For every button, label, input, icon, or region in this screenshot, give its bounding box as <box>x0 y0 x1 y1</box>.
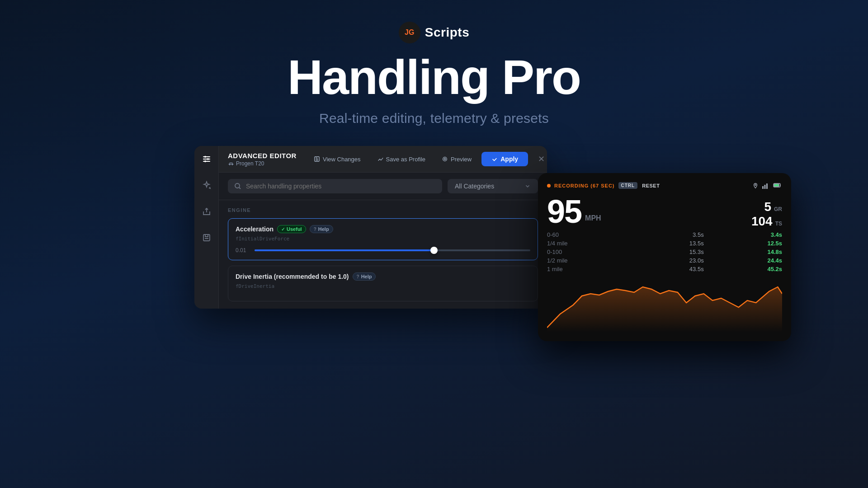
ts-value: 104 <box>751 215 773 228</box>
sidebar-icon-effects[interactable] <box>200 178 213 192</box>
stat-current: 45.2s <box>704 266 782 272</box>
stat-base: 13.5s <box>625 240 703 247</box>
editor-vehicle: Progen T20 <box>228 160 297 167</box>
speed-display: 95 MPH <box>547 195 601 228</box>
hero-subtitle: Real-time editing, telemetry & presets <box>319 111 549 126</box>
recording-badge: RECORDING (67 SEC) CTRL RESET <box>547 182 660 189</box>
recording-dot-icon <box>547 184 551 188</box>
preview-button[interactable]: Preview <box>435 153 478 166</box>
chart-area <box>547 278 782 332</box>
chevron-down-icon <box>524 183 531 189</box>
editor-top-bar: ADVANCED EDITOR Progen T20 <box>219 146 547 173</box>
property-name-drive-inertia: Drive Inertia (recommended to be 1.0) <box>236 273 349 280</box>
slider-fill-acceleration <box>255 249 434 251</box>
sidebar-icon-save[interactable] <box>200 231 213 244</box>
battery-icon <box>773 183 782 188</box>
stat-label: 1/2 mile <box>547 257 625 264</box>
stats-table: 0-603.5s3.4s1/4 mile13.5s12.5s0-10015.3s… <box>547 231 782 272</box>
close-button[interactable]: ✕ <box>535 151 547 167</box>
slider-track-acceleration[interactable] <box>255 249 530 251</box>
editor-title: ADVANCED EDITOR <box>228 152 297 160</box>
showcase-area: ADVANCED EDITOR Progen T20 <box>194 146 674 309</box>
apply-label: Apply <box>500 155 518 163</box>
gear-ts-display: 5 GR 104 TS <box>751 201 782 228</box>
app-wrapper: JG Scripts Handling Pro Real-time editin… <box>0 0 868 309</box>
property-header-acceleration: Acceleration ✓ Useful ? Help <box>236 225 530 233</box>
view-changes-button[interactable]: View Changes <box>307 153 367 166</box>
editor-panel: ADVANCED EDITOR Progen T20 <box>194 146 547 309</box>
svg-rect-3 <box>203 235 210 241</box>
property-code-drive-inertia: fDriveInertia <box>236 283 530 289</box>
gear-label: GR <box>774 206 782 212</box>
svg-rect-14 <box>766 183 768 189</box>
editor-title-section: ADVANCED EDITOR Progen T20 <box>228 152 297 167</box>
badge-help-drive-inertia: ? Help <box>353 272 376 281</box>
sidebar-icon-export[interactable] <box>200 205 213 218</box>
gear-display: 5 GR <box>764 201 782 213</box>
svg-point-5 <box>232 164 233 165</box>
save-profile-label: Save as Profile <box>386 156 425 163</box>
recording-label: RECORDING (67 SEC) <box>554 183 615 188</box>
ctrl-badge: CTRL <box>618 182 638 189</box>
search-input[interactable] <box>246 183 436 190</box>
property-card-drive-inertia: Drive Inertia (recommended to be 1.0) ? … <box>228 266 538 301</box>
preview-icon <box>442 156 448 162</box>
telemetry-icons <box>752 183 782 189</box>
stat-label: 1 mile <box>547 266 625 272</box>
signal-icon <box>762 183 769 189</box>
preview-label: Preview <box>451 156 472 163</box>
stat-current: 14.8s <box>704 249 782 255</box>
stat-label: 0-60 <box>547 231 625 238</box>
svg-point-10 <box>547 184 551 188</box>
slider-min-value: 0.01 <box>236 247 249 253</box>
property-name-acceleration: Acceleration <box>236 225 274 233</box>
hero-title: Handling Pro <box>288 52 580 103</box>
telemetry-panel: RECORDING (67 SEC) CTRL RESET <box>538 173 791 341</box>
save-profile-button[interactable]: Save as Profile <box>371 153 432 166</box>
property-card-acceleration: Acceleration ✓ Useful ? Help fInitialDri… <box>228 218 538 260</box>
sidebar-icon-bar <box>194 146 219 309</box>
apply-checkmark-icon <box>491 156 498 162</box>
stat-current: 3.4s <box>704 231 782 238</box>
editor-main: ADVANCED EDITOR Progen T20 <box>219 146 547 309</box>
location-icon <box>752 183 759 189</box>
sidebar-icon-editor[interactable] <box>200 152 213 166</box>
svg-point-8 <box>444 159 446 160</box>
brand-bar: JG Scripts <box>399 22 469 43</box>
svg-point-9 <box>235 183 240 188</box>
slider-thumb-acceleration[interactable] <box>430 247 438 254</box>
svg-point-2 <box>204 160 206 162</box>
svg-point-11 <box>755 184 756 186</box>
svg-point-4 <box>229 164 230 165</box>
search-box[interactable] <box>228 179 442 193</box>
property-header-drive-inertia: Drive Inertia (recommended to be 1.0) ? … <box>236 272 530 281</box>
svg-point-1 <box>207 158 209 160</box>
category-label: All Categories <box>455 183 494 190</box>
speed-unit: MPH <box>585 214 601 222</box>
stat-current: 24.4s <box>704 257 782 264</box>
telemetry-chart <box>547 278 782 332</box>
svg-point-0 <box>204 156 206 158</box>
svg-rect-13 <box>764 185 766 189</box>
stat-current: 12.5s <box>704 240 782 247</box>
category-select[interactable]: All Categories <box>448 179 538 193</box>
svg-rect-16 <box>774 184 779 187</box>
slider-container-acceleration: 0.01 <box>236 247 530 253</box>
badge-help-acceleration: ? Help <box>310 225 333 233</box>
stat-base: 23.0s <box>625 257 703 264</box>
telemetry-header: RECORDING (67 SEC) CTRL RESET <box>547 182 782 189</box>
svg-rect-12 <box>762 186 764 189</box>
property-code-acceleration: fInitialDriveForce <box>236 236 530 242</box>
brand-logo: JG <box>399 22 420 43</box>
view-changes-icon <box>314 156 320 162</box>
gear-value: 5 <box>764 201 771 213</box>
save-profile-icon <box>377 156 383 162</box>
ts-display: 104 TS <box>751 215 782 228</box>
view-changes-label: View Changes <box>323 156 361 163</box>
speed-section: 95 MPH 5 GR 104 TS <box>547 195 782 228</box>
reset-label[interactable]: RESET <box>642 183 660 188</box>
search-section: All Categories <box>219 173 547 200</box>
stat-base: 15.3s <box>625 249 703 255</box>
ts-label: TS <box>775 221 782 227</box>
apply-button[interactable]: Apply <box>481 152 528 166</box>
